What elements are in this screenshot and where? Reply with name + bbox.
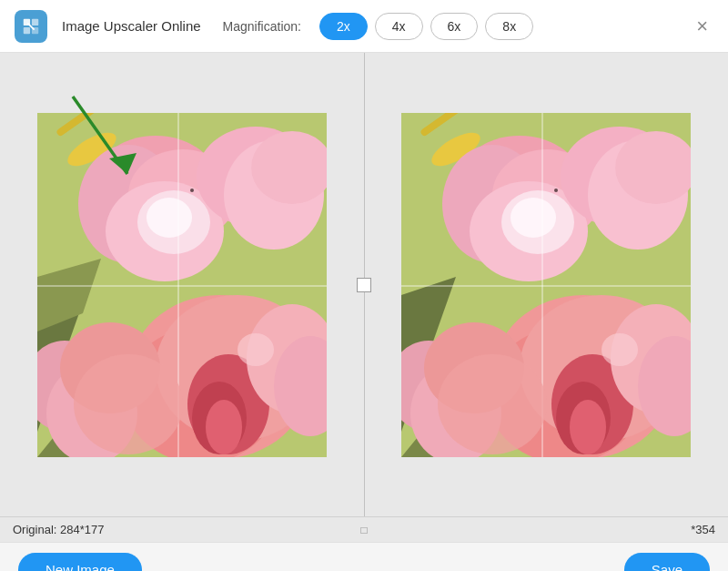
footer-bar: New Image Save bbox=[0, 542, 728, 571]
svg-point-30 bbox=[238, 333, 274, 366]
save-button[interactable]: Save bbox=[624, 553, 710, 571]
upscaled-image-panel bbox=[365, 53, 729, 516]
svg-rect-1 bbox=[32, 18, 38, 25]
magnification-label: Magnification: bbox=[223, 19, 301, 34]
app-header: Image Upscaler Online Magnification: 2x … bbox=[0, 0, 728, 53]
magnification-controls: 2x 4x 6x 8x bbox=[319, 13, 533, 40]
svg-point-68 bbox=[438, 354, 547, 454]
main-area bbox=[0, 53, 728, 516]
divider-center-icon: □ bbox=[360, 524, 367, 536]
new-image-button[interactable]: New Image bbox=[18, 553, 142, 571]
svg-point-61 bbox=[602, 333, 638, 366]
svg-point-56 bbox=[570, 400, 606, 454]
original-size-label: Original: 284*177 bbox=[13, 523, 104, 536]
svg-rect-2 bbox=[24, 26, 30, 33]
divider-drag-handle[interactable] bbox=[357, 278, 371, 292]
svg-point-25 bbox=[206, 400, 242, 454]
svg-point-47 bbox=[554, 189, 558, 192]
app-title: Image Upscaler Online bbox=[62, 18, 201, 34]
green-arrow-icon bbox=[55, 87, 146, 197]
bottom-info-bar: Original: 284*177 □ *354 bbox=[0, 516, 728, 542]
mag-btn-4x[interactable]: 4x bbox=[375, 13, 423, 40]
svg-point-14 bbox=[147, 198, 192, 238]
mag-btn-2x[interactable]: 2x bbox=[319, 13, 368, 40]
svg-point-46 bbox=[511, 198, 556, 238]
mag-btn-8x[interactable]: 8x bbox=[485, 13, 533, 40]
close-button[interactable]: × bbox=[691, 13, 713, 40]
upscaled-flower-image bbox=[401, 113, 691, 457]
mag-btn-6x[interactable]: 6x bbox=[430, 13, 479, 40]
upscaled-size-label: *354 bbox=[691, 523, 715, 536]
svg-point-15 bbox=[190, 189, 194, 192]
svg-point-37 bbox=[74, 354, 183, 454]
app-icon bbox=[15, 10, 47, 43]
